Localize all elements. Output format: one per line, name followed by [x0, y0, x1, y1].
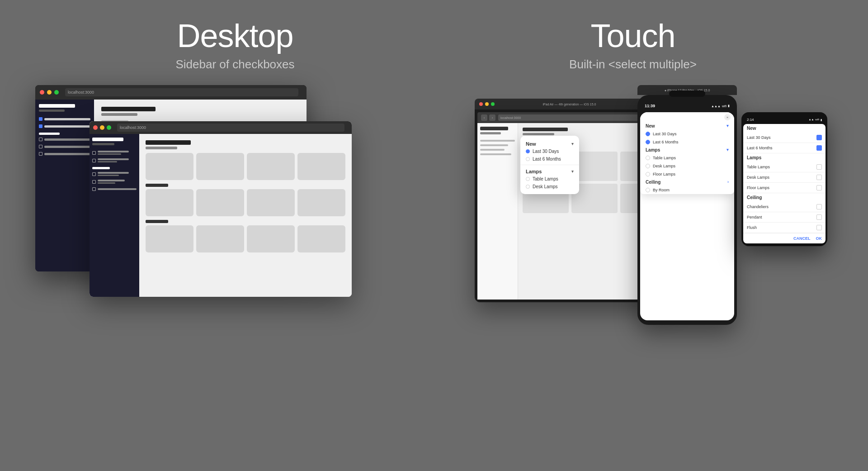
ipad-tl-green[interactable]: [491, 102, 495, 106]
android-last6m-label: Last 6 Months: [747, 146, 773, 150]
pb4[interactable]: [297, 153, 345, 180]
ipad-item-table-lamps[interactable]: Table Lamps: [520, 175, 579, 183]
sidebar-row-9: [92, 180, 137, 184]
ipad-radio-last6m: [526, 157, 530, 161]
sidebar-checkbox-5[interactable]: [39, 152, 42, 156]
android-item-desk[interactable]: Desk Lamps: [743, 172, 826, 183]
ipad-device-title: iPad Air — 4th generation — iOS 15.0: [543, 103, 596, 106]
iphone-dropdown-close[interactable]: ×: [724, 114, 731, 120]
sidebar-checkbox-10[interactable]: [92, 187, 96, 191]
ipad-sb-item1: [480, 140, 515, 142]
android-checkbox-chandeliers[interactable]: [816, 204, 822, 209]
sidebar-checkbox-9[interactable]: [92, 180, 96, 184]
android-checkbox-floor[interactable]: [816, 185, 822, 190]
sidebar-checkbox-2[interactable]: [39, 124, 42, 128]
traffic-light-yellow-2[interactable]: [100, 125, 104, 130]
sidebar-checkbox-3[interactable]: [39, 138, 42, 141]
ipad-sb-item4: [480, 153, 511, 155]
iphone-dd-chevron-new: ▾: [726, 124, 729, 128]
pb10[interactable]: [196, 225, 244, 252]
app-main-2: [139, 134, 352, 297]
iphone-dd-last6m-label: Last 6 Months: [653, 140, 679, 144]
pb9[interactable]: [146, 225, 193, 252]
desktop-title: Desktop: [56, 18, 414, 54]
android-checkbox-flush[interactable]: [816, 225, 822, 230]
sidebar-checkbox-7[interactable]: [92, 159, 96, 162]
sidebar-label-5: [44, 153, 90, 155]
traffic-light-green-1[interactable]: [54, 90, 59, 95]
android-checkbox-last30[interactable]: [816, 135, 822, 140]
sidebar-header-2: [92, 138, 123, 141]
ipad-item-last30[interactable]: Last 30 Days: [520, 147, 579, 155]
ipad-tl-red[interactable]: [479, 102, 483, 106]
iphone-dd-table[interactable]: Table Lamps: [640, 154, 734, 162]
pb5[interactable]: [146, 189, 193, 216]
android-checkbox-pendant[interactable]: [816, 214, 822, 220]
product-grid-b2: [146, 189, 345, 216]
iphone-dd-byroom[interactable]: By Room: [640, 186, 734, 194]
pb1[interactable]: [146, 153, 193, 180]
app-main-header-1: [101, 107, 299, 116]
android-ok-btn[interactable]: OK: [816, 236, 822, 241]
android-item-floor[interactable]: Floor Lamps: [743, 183, 826, 193]
iphone-dd-desk[interactable]: Desk Lamps: [640, 162, 734, 170]
iphone-dd-last30[interactable]: Last 30 Days: [640, 130, 734, 138]
traffic-light-yellow-1[interactable]: [47, 90, 52, 95]
pb7[interactable]: [247, 189, 295, 216]
sidebar-row-10: [92, 187, 137, 191]
sl-c: [98, 158, 129, 160]
traffic-light-red-1[interactable]: [40, 90, 44, 95]
android-checkbox-last6m[interactable]: [816, 145, 822, 151]
ipad-dropdown-group-new: New ▾: [520, 139, 579, 147]
traffic-light-green-2[interactable]: [107, 125, 111, 130]
pb6[interactable]: [196, 189, 244, 216]
android-item-last6m[interactable]: Last 6 Months: [743, 143, 826, 153]
ipad-tl-yellow[interactable]: [485, 102, 489, 106]
sidebar-row-1: [39, 117, 90, 121]
android-cancel-btn[interactable]: CANCEL: [793, 236, 811, 241]
sidebar-section-1: [39, 133, 60, 135]
sidebar-checkbox-8[interactable]: [92, 172, 96, 176]
pb2[interactable]: [196, 153, 244, 180]
android-header-lamps: Lamps: [743, 153, 826, 162]
grid-section-b2: [146, 220, 168, 223]
sidebar-row-7: [92, 158, 137, 162]
android-item-chandeliers[interactable]: Chandeliers: [743, 202, 826, 212]
pb12[interactable]: [297, 225, 345, 252]
android-item-flush[interactable]: Flush: [743, 223, 826, 233]
app-sidebar-1: [35, 100, 94, 271]
sl-b: [98, 153, 121, 155]
sidebar-checkbox-4[interactable]: [39, 145, 42, 148]
pb3[interactable]: [247, 153, 295, 180]
iphone-dd-floor[interactable]: Floor Lamps: [640, 170, 734, 178]
android-time: 2:14: [747, 118, 754, 122]
ipad-item-last6m[interactable]: Last 6 Months: [520, 155, 579, 163]
pb11[interactable]: [247, 225, 295, 252]
url-bar-2[interactable]: localhost:3000: [117, 124, 344, 132]
iphone-content: 3 Items ▾: [640, 112, 734, 193]
sidebar-checkbox-6[interactable]: [92, 151, 96, 155]
ipad-nav-back[interactable]: ‹: [481, 114, 487, 121]
iphone-notch-bar: [669, 90, 705, 97]
iphone-dd-last6m[interactable]: Last 6 Months: [640, 138, 734, 146]
traffic-light-red-2[interactable]: [93, 125, 98, 130]
pb8[interactable]: [297, 189, 345, 216]
android-item-pendant[interactable]: Pendant: [743, 212, 826, 223]
main2-title: [146, 140, 191, 145]
sidebar-checkbox-1[interactable]: [39, 117, 42, 121]
browser-window-2: localhost:3000: [90, 121, 352, 297]
android-chandeliers-label: Chandeliers: [747, 205, 769, 209]
iphone-radio-byroom: [646, 188, 650, 192]
ipad-item-desk-lamps[interactable]: Desk Lamps: [520, 183, 579, 190]
iphone-radio-floor: [646, 172, 650, 176]
iphone-screen: 3 Items ▾: [640, 112, 734, 320]
battery-icon: ▮: [728, 104, 730, 108]
ipad-desk-lamps-label: Desk Lamps: [533, 184, 558, 189]
ipad-dropdown: New ▾ Last 30 Days Last 6 Months: [520, 136, 579, 194]
android-item-last30[interactable]: Last 30 Days: [743, 133, 826, 143]
android-checkbox-desk[interactable]: [816, 175, 822, 180]
android-item-table[interactable]: Table Lamps: [743, 162, 826, 172]
url-bar-1[interactable]: localhost:3000: [65, 88, 298, 96]
android-checkbox-table[interactable]: [816, 164, 822, 170]
ipad-nav-fwd[interactable]: ›: [489, 114, 495, 121]
